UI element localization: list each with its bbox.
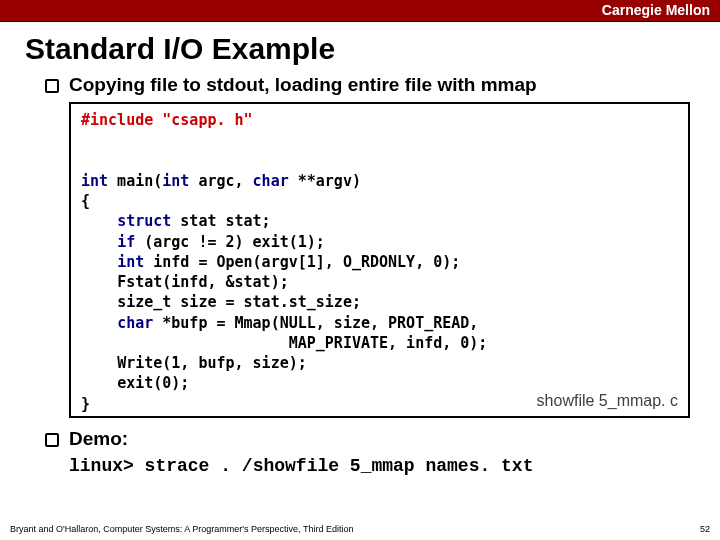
code-line-if: if (argc != 2) exit(1); bbox=[81, 232, 678, 252]
code-line-sizet: size_t size = stat.st_size; bbox=[81, 292, 678, 312]
header-bar: Carnegie Mellon bbox=[0, 0, 720, 22]
code-line-infd: int infd = Open(argv[1], O_RDONLY, 0); bbox=[81, 252, 678, 272]
slide-title: Standard I/O Example bbox=[25, 32, 720, 66]
bullet-icon bbox=[45, 433, 59, 447]
footer-page: 52 bbox=[700, 524, 710, 534]
bullet-2-text: Demo: bbox=[69, 428, 128, 450]
bullet-icon bbox=[45, 79, 59, 93]
code-line-bufp: char *bufp = Mmap(NULL, size, PROT_READ, bbox=[81, 313, 678, 333]
code-line-write: Write(1, bufp, size); bbox=[81, 353, 678, 373]
code-filename: showfile 5_mmap. c bbox=[537, 390, 678, 412]
bullet-1: Copying file to stdout, loading entire f… bbox=[45, 74, 690, 96]
bullet-2: Demo: bbox=[45, 428, 690, 450]
code-line-mmap2: MAP_PRIVATE, infd, 0); bbox=[81, 333, 678, 353]
code-line-main: int main(int argc, char **argv) bbox=[81, 171, 678, 191]
code-block: #include "csapp. h" int main(int argc, c… bbox=[69, 102, 690, 418]
code-line-fstat: Fstat(infd, &stat); bbox=[81, 272, 678, 292]
code-line-stat: struct stat stat; bbox=[81, 211, 678, 231]
code-line-brace-open: { bbox=[81, 191, 678, 211]
demo-command: linux> strace . /showfile 5_mmap names. … bbox=[69, 456, 690, 476]
content-area: Copying file to stdout, loading entire f… bbox=[45, 74, 690, 476]
footer: Bryant and O'Hallaron, Computer Systems:… bbox=[10, 524, 710, 534]
brand-text: Carnegie Mellon bbox=[602, 2, 710, 18]
code-line-include: #include "csapp. h" bbox=[81, 110, 678, 130]
footer-left: Bryant and O'Hallaron, Computer Systems:… bbox=[10, 524, 353, 534]
bullet-1-text: Copying file to stdout, loading entire f… bbox=[69, 74, 537, 96]
